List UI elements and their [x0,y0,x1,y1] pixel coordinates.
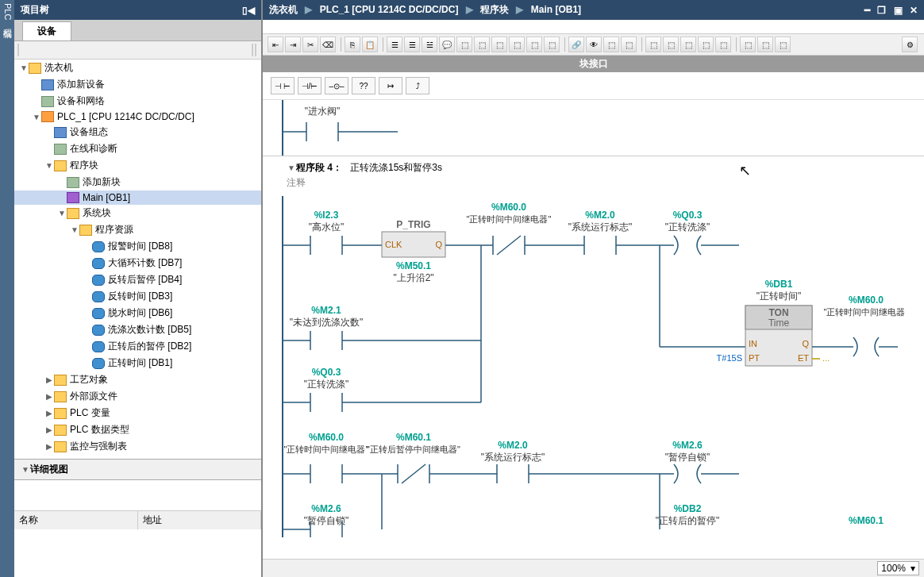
tree-item[interactable]: ▼程序资源 [14,221,261,238]
tb-i[interactable]: ⬚ [680,37,696,52]
network-4-rung-1[interactable]: %I2.3 "高水位" P_TRIG CLK Q %M50.1 "上升沿2" % [263,196,906,426]
tb-insert-left[interactable]: ⇤ [268,37,283,52]
maximize-icon[interactable]: ▣ [894,5,903,16]
expander-icon[interactable]: ▼ [44,161,54,170]
tree-item[interactable]: 设备组态 [14,124,261,140]
ladder-scroll[interactable]: "进水阀" ▼ 程序段 4： 正转洗涤15s和暂停3s 注释 [263,100,924,559]
svg-text:Q: Q [435,240,442,249]
tb-copy[interactable]: ⎘ [345,37,360,52]
block-interface-bar[interactable]: 块接口 [263,56,924,72]
tree-item[interactable]: 正转后的暂停 [DB2] [14,338,261,355]
tree-item[interactable]: ▶外部源文件 [14,388,261,405]
tb-l[interactable]: ⬚ [740,37,756,52]
tree-item[interactable]: 洗涤次数计数 [DB5] [14,321,261,338]
expander-icon[interactable]: ▼ [70,225,79,234]
expander-icon[interactable]: ▶ [44,392,54,401]
tree-item[interactable]: ▼PLC_1 [CPU 1214C DC/DC/DC] [14,110,261,124]
bc-part-0[interactable]: 洗衣机 [269,4,298,15]
tree-item[interactable]: 在线和诊断 [14,140,261,157]
instr-branch-close[interactable]: ⤴ [406,77,429,94]
network-3-tail[interactable]: "进水阀" [263,100,898,156]
tb-paste[interactable]: 📋 [362,37,378,52]
tree-root[interactable]: ▼ 洗衣机 [14,60,261,76]
tree-item[interactable]: 正转时间 [DB1] [14,355,261,371]
bc-part-1[interactable]: PLC_1 [CPU 1214C DC/DC/DC] [320,4,459,15]
expander-icon[interactable]: ▶ [44,409,54,417]
expander-icon[interactable]: ▶ [44,375,54,384]
network-4-comment[interactable]: 注释 [263,176,924,196]
bc-part-3[interactable]: Main [OB1] [531,4,581,15]
tb-n[interactable]: ⬚ [775,37,791,52]
tb-g[interactable]: ⬚ [645,37,661,52]
tb-c[interactable]: ⬚ [526,37,542,52]
tb-h[interactable]: ⬚ [663,37,679,52]
tree-item[interactable]: 脱水时间 [DB6] [14,305,261,321]
zoom-control[interactable]: 100% ▾ [877,561,919,575]
expander-icon[interactable]: ▶ [44,425,54,434]
tree-tool-3[interactable] [255,44,256,56]
instr-nc-contact[interactable]: ⊣/⊢ [298,77,321,94]
instr-no-contact[interactable]: ⊣ ⊢ [271,77,295,94]
tree-item[interactable]: Main [OB1] [14,190,261,205]
expander-icon[interactable]: ▼ [32,113,41,121]
expander-icon[interactable]: ▶ [44,442,54,451]
expander-icon[interactable]: ▼ [57,209,67,217]
tb-addr[interactable]: ⬚ [474,37,490,52]
close-icon[interactable]: ✕ [910,5,918,16]
minimize-icon[interactable]: ━ [864,5,870,16]
detail-col-name[interactable]: 名称 [14,511,138,529]
tree-item[interactable]: ▶PLC 数据类型 [14,421,261,438]
tb-monitor[interactable]: 👁 [586,37,602,52]
tree-item[interactable]: 设备和网络 [14,93,261,110]
tb-comment[interactable]: 💬 [439,37,455,52]
zoom-dropdown-icon[interactable]: ▾ [911,563,915,574]
tb-delete[interactable]: ⌫ [320,37,336,52]
tree-tool-1[interactable] [17,44,19,56]
tree-item[interactable]: 添加新块 [14,174,261,190]
instr-empty-box[interactable]: ?? [352,77,375,94]
network-4-rung-2[interactable]: %M60.0 "正转时间中间继电器" %M60.1 "正转后暂停中间继电器" [263,426,906,537]
detail-view-header[interactable]: ▼ 详细视图 [14,459,261,480]
tree-tool-2[interactable] [252,44,253,56]
tb-net-new[interactable]: ☱ [422,37,437,52]
instr-branch-open[interactable]: ↦ [379,77,402,94]
db-icon [92,325,105,336]
tb-go-online[interactable]: 🔗 [568,37,584,52]
tree-item[interactable]: ▶监控与强制表 [14,438,261,455]
tb-a[interactable]: ⬚ [491,37,507,52]
tb-b[interactable]: ⬚ [509,37,525,52]
network-4-header[interactable]: ▼ 程序段 4： 正转洗涤15s和暂停3s [263,156,924,176]
tree-item[interactable]: ▶PLC 变量 [14,405,261,421]
tb-j[interactable]: ⬚ [698,37,714,52]
tb-insert-right[interactable]: ⇥ [285,37,301,52]
tb-k[interactable]: ⬚ [715,37,731,52]
tb-d[interactable]: ⬚ [544,37,560,52]
tb-settings[interactable]: ⚙ [902,37,918,52]
tb-e[interactable]: ⬚ [603,37,619,52]
restore-icon[interactable]: ❐ [877,5,886,16]
tree-item[interactable]: ▼程序块 [14,157,261,174]
tree-item-label: 添加新块 [83,175,121,189]
tb-m[interactable]: ⬚ [757,37,773,52]
project-tree[interactable]: ▼ 洗衣机 添加新设备设备和网络▼PLC_1 [CPU 1214C DC/DC/… [14,60,261,459]
expander-icon[interactable]: ▼ [19,63,29,72]
bc-part-2[interactable]: 程序块 [480,4,509,15]
instr-coil[interactable]: –⊙– [325,77,348,94]
tb-net-after[interactable]: ☰ [404,37,420,52]
tab-devices[interactable]: 设备 [22,21,71,40]
tree-item[interactable]: ▼系统块 [14,205,261,221]
tb-cut[interactable]: ✂ [302,37,318,52]
tree-item[interactable]: 添加新设备 [14,76,261,93]
tree-item[interactable]: 反转后暂停 [DB4] [14,271,261,288]
tb-f[interactable]: ⬚ [621,37,637,52]
tb-net-before[interactable]: ☰ [387,37,402,52]
collapse-icon[interactable]: ▯◀ [242,5,255,16]
tb-tag[interactable]: ⬚ [456,37,472,52]
tree-item[interactable]: ▶工艺对象 [14,371,261,388]
tree-item[interactable]: 大循环计数 [DB7] [14,255,261,271]
detail-col-addr[interactable]: 地址 [138,511,262,529]
tree-item[interactable]: 报警时间 [DB8] [14,238,261,255]
detail-expander-icon[interactable]: ▼ [21,465,30,474]
net-expander-icon[interactable]: ▼ [287,163,296,172]
tree-item[interactable]: 反转时间 [DB3] [14,288,261,305]
